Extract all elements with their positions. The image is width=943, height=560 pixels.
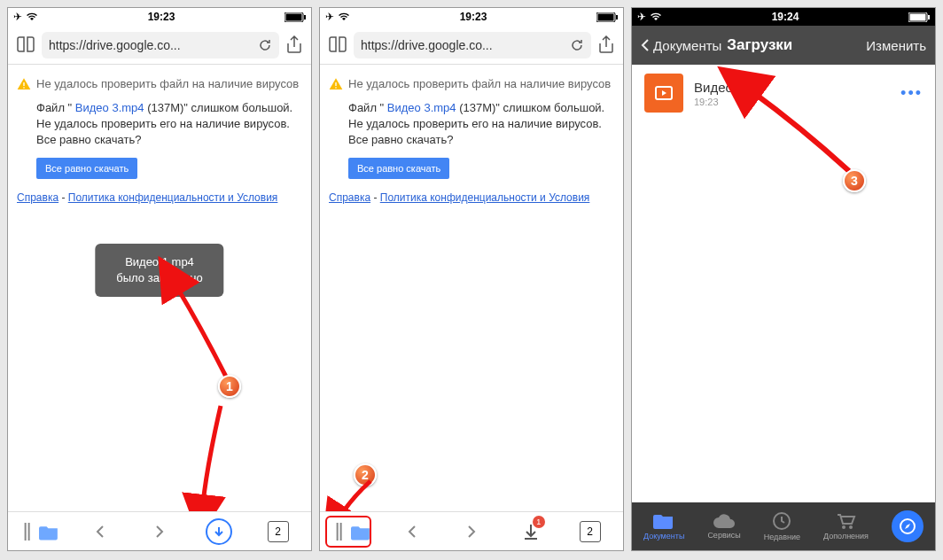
tab-browser[interactable] [892,510,924,542]
download-anyway-button[interactable]: Все равно скачать [36,158,137,179]
more-button[interactable]: ••• [900,84,923,103]
arrow-annotation [168,277,247,393]
reload-icon[interactable] [258,38,272,52]
file-link[interactable]: Видео 3.mp4 [387,101,456,114]
download-progress-button[interactable] [201,514,237,549]
battery-icon [596,12,618,22]
wifi-icon [338,12,350,21]
nav-forward-button[interactable] [454,514,489,549]
phone-screenshot-1: ✈︎ 19:23 https://drive.google.co... Не у… [7,7,312,551]
footer-links: Справка - Политика конфиденциальности и … [329,191,614,204]
warning-body: Файл " Видео 3.mp4 (137М)" слишком больш… [36,100,302,149]
airplane-icon: ✈︎ [637,11,646,23]
policy-link[interactable]: Политика конфиденциальности и Условия [380,191,590,204]
wifi-icon [650,12,662,21]
book-icon[interactable] [327,35,348,56]
help-link[interactable]: Справка [329,191,370,204]
svg-rect-8 [598,13,614,20]
url-text: https://drive.google.co... [49,38,258,52]
svg-rect-13 [340,523,342,541]
svg-rect-10 [335,82,336,86]
footer-links: Справка - Политика конфиденциальности и … [17,191,302,204]
tab-addons[interactable]: Дополнения [823,512,869,541]
clock-icon [772,511,791,531]
nav-forward-button[interactable] [142,514,177,549]
file-link[interactable]: Видео 3.mp4 [75,101,144,114]
arrow-annotation [141,401,238,508]
svg-rect-2 [304,15,306,19]
phone-screenshot-3: ✈︎ 19:24 Документы Загрузки Изменить Вид… [631,7,936,551]
svg-rect-12 [337,523,339,541]
svg-rect-11 [335,87,336,88]
tab-services[interactable]: Сервисы [707,513,740,540]
url-text: https://drive.google.co... [361,38,570,52]
warning-title: Не удалось проверить файл на наличие вир… [348,77,611,91]
status-bar: ✈︎ 19:23 [320,8,623,26]
svg-rect-16 [928,15,930,19]
downloads-folder-icon[interactable] [335,514,370,549]
arrow-annotation [738,82,862,180]
url-field[interactable]: https://drive.google.co... [354,32,591,58]
downloads-button[interactable]: 1 [513,514,549,549]
file-list: Видео 1 19:23 ••• 3 [632,65,935,502]
clock: 19:24 [662,11,908,23]
tab-recent[interactable]: Недавние [764,511,800,541]
cart-icon [835,512,856,530]
help-link[interactable]: Справка [17,191,58,204]
nav-back-button[interactable] [394,514,430,549]
tabs-button[interactable]: 2 [573,514,608,549]
warning-icon [17,77,31,91]
warning-icon [329,77,343,91]
warning-title: Не удалось проверить файл на наличие вир… [36,77,299,91]
chevron-left-icon [641,38,650,52]
svg-rect-5 [25,523,27,541]
file-manager-header: Документы Загрузки Изменить [632,26,935,65]
edit-button[interactable]: Изменить [866,38,926,53]
svg-rect-3 [23,82,24,86]
browser-nav-bar: https://drive.google.co... [320,26,623,65]
airplane-icon: ✈︎ [325,11,334,23]
status-bar: ✈︎ 19:24 [632,8,935,26]
arrow-annotation [331,479,384,511]
back-button[interactable]: Документы [641,38,721,53]
page-content: Не удалось проверить файл на наличие вир… [320,65,623,511]
svg-rect-1 [286,13,302,20]
svg-rect-9 [616,15,618,19]
svg-rect-6 [28,523,30,541]
book-icon[interactable] [15,35,36,56]
policy-link[interactable]: Политика конфиденциальности и Условия [68,191,278,204]
svg-rect-15 [910,13,926,20]
bottom-toolbar: 2 [8,511,311,550]
airplane-icon: ✈︎ [13,11,22,23]
page-content: Не удалось проверить файл на наличие вир… [8,65,311,511]
svg-point-19 [842,525,846,529]
compass-icon [899,517,916,535]
battery-icon [284,12,306,22]
browser-nav-bar: https://drive.google.co... [8,26,311,65]
url-field[interactable]: https://drive.google.co... [42,32,279,58]
reload-icon[interactable] [570,38,584,52]
tabs-button[interactable]: 2 [261,514,296,549]
status-bar: ✈︎ 19:23 [8,8,311,26]
svg-point-20 [849,525,853,529]
nav-back-button[interactable] [82,514,118,549]
svg-rect-4 [23,87,24,88]
wifi-icon [26,12,38,21]
cloud-icon [713,513,736,529]
clock: 19:23 [38,11,284,23]
battery-icon [908,12,930,22]
clock: 19:23 [350,11,596,23]
share-icon[interactable] [596,35,616,56]
step-badge-3: 3 [843,169,866,192]
share-icon[interactable] [284,35,304,56]
bottom-tab-bar: Документы Сервисы Недавние Дополнения [632,502,935,550]
folder-icon [653,512,674,530]
bottom-toolbar: 1 2 [320,511,623,550]
download-anyway-button[interactable]: Все равно скачать [348,158,449,179]
step-badge-1: 1 [218,375,241,398]
downloads-folder-icon[interactable] [23,514,58,549]
phone-screenshot-2: ✈︎ 19:23 https://drive.google.co... Не у… [319,7,624,551]
page-title: Загрузки [727,36,792,54]
tab-documents[interactable]: Документы [643,512,684,541]
warning-body: Файл " Видео 3.mp4 (137М)" слишком больш… [348,100,614,149]
